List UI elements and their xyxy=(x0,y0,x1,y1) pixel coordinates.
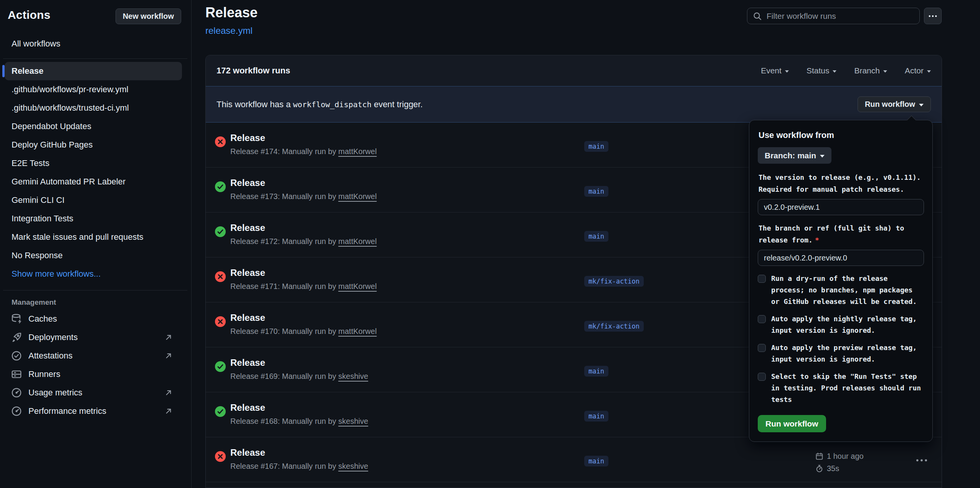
external-link-icon xyxy=(164,407,173,415)
branch-badge[interactable]: main xyxy=(584,456,608,466)
popup-checkbox-row[interactable]: Run a dry-run of the release process; no… xyxy=(758,273,924,307)
sidebar-management-item[interactable]: Caches xyxy=(5,310,182,328)
sidebar-item-label: Show more workflows... xyxy=(12,269,101,279)
checkbox[interactable] xyxy=(758,344,766,352)
checkbox[interactable] xyxy=(758,275,766,283)
run-workflow-submit-button[interactable]: Run workflow xyxy=(758,415,826,432)
sidebar-item-all-workflows[interactable]: All workflows xyxy=(5,35,182,53)
sidebar-management-item[interactable]: Performance metrics xyxy=(5,402,182,420)
actor-link[interactable]: mattKorwel xyxy=(338,327,377,335)
cache-icon xyxy=(11,313,22,325)
selected-indicator xyxy=(2,65,5,77)
actor-link[interactable]: mattKorwel xyxy=(338,282,377,290)
branch-select-button[interactable]: Branch: main xyxy=(758,147,831,164)
branch-badge[interactable]: main xyxy=(584,141,608,152)
branch-badge[interactable]: main xyxy=(584,411,608,422)
branch-badge[interactable]: main xyxy=(584,366,608,377)
meter-icon xyxy=(11,387,22,398)
branch-badge[interactable]: main xyxy=(584,231,608,242)
ref-input[interactable] xyxy=(758,250,924,266)
runs-filters: Event Status Branch Actor xyxy=(761,66,931,75)
sidebar-workflow-item[interactable]: No Response xyxy=(5,246,182,265)
sidebar-workflow-item[interactable]: Show more workflows... xyxy=(5,265,182,283)
run-title[interactable]: Release xyxy=(230,133,265,143)
actor-link[interactable]: skeshive xyxy=(338,417,368,425)
run-title[interactable]: Release xyxy=(230,402,265,413)
new-workflow-button[interactable]: New workflow xyxy=(116,8,181,24)
runs-filter-actor[interactable]: Actor xyxy=(905,66,931,75)
management-label: Management xyxy=(12,298,191,307)
sidebar-workflow-item[interactable]: Deploy GitHub Pages xyxy=(5,136,182,154)
sidebar-workflow-item[interactable]: Release xyxy=(5,62,182,80)
run-title[interactable]: Release xyxy=(230,222,265,233)
run-title[interactable]: Release xyxy=(230,178,265,188)
sidebar-item-label: Integration Tests xyxy=(12,214,73,224)
runs-filter-status[interactable]: Status xyxy=(806,66,837,75)
sidebar-item-label: Release xyxy=(12,66,43,76)
sidebar-item-label: No Response xyxy=(12,251,63,261)
sidebar-item-label: Dependabot Updates xyxy=(12,121,91,131)
external-link-icon xyxy=(164,333,173,342)
sidebar-management-item[interactable]: Deployments xyxy=(5,328,182,347)
sidebar-workflow-item[interactable]: Gemini Automated PR Labeler xyxy=(5,173,182,191)
popup-checkbox-row[interactable]: Select to skip the "Run Tests" step in t… xyxy=(758,371,924,405)
checkbox-label: Run a dry-run of the release process; no… xyxy=(771,273,924,307)
run-title[interactable]: Release xyxy=(230,267,265,278)
sidebar-item-label: Deploy GitHub Pages xyxy=(12,140,93,150)
dispatch-banner-text: This workflow has aworkflow_dispatcheven… xyxy=(216,100,423,110)
popup-checkbox-row[interactable]: Auto apply the nightly release tag, inpu… xyxy=(758,313,924,336)
workflow-dispatch-banner: This workflow has aworkflow_dispatcheven… xyxy=(206,86,942,123)
chevron-down-icon xyxy=(833,70,836,73)
checkbox[interactable] xyxy=(758,315,766,323)
run-kebab-icon[interactable] xyxy=(916,456,928,464)
run-duration: 35s xyxy=(827,464,839,473)
sidebar-workflow-item[interactable]: Gemini CLI CI xyxy=(5,191,182,209)
sidebar-item-label: Gemini CLI CI xyxy=(12,195,64,205)
branch-badge[interactable]: mk/fix-action xyxy=(584,276,644,287)
version-input-description: The version to release (e.g., v0.1.11). … xyxy=(759,171,924,195)
sidebar-workflow-item[interactable]: E2E Tests xyxy=(5,154,182,173)
sidebar-workflow-item[interactable]: Integration Tests xyxy=(5,209,182,228)
run-subtitle: Release #173: Manually run by mattKorwel xyxy=(230,192,377,201)
version-input[interactable] xyxy=(758,199,924,215)
run-title[interactable]: Release xyxy=(230,312,265,323)
branch-badge[interactable]: mk/fix-action xyxy=(584,321,644,332)
runs-filter-branch[interactable]: Branch xyxy=(854,66,887,75)
actor-link[interactable]: mattKorwel xyxy=(338,237,377,246)
actor-link[interactable]: skeshive xyxy=(338,372,368,380)
sidebar-workflow-item[interactable]: .github/workflows/pr-review.yml xyxy=(5,80,182,99)
runs-count: 172 workflow runs xyxy=(216,66,290,76)
sidebar-item-label: Runners xyxy=(28,369,60,379)
workflow-list: Release .github/workflows/pr-review.yml … xyxy=(0,62,191,283)
runs-filter-event[interactable]: Event xyxy=(761,66,789,75)
actor-link[interactable]: skeshive xyxy=(338,462,368,470)
sidebar-workflow-item[interactable]: Mark stale issues and pull requests xyxy=(5,228,182,246)
run-title[interactable]: Release xyxy=(230,447,265,458)
branch-badge[interactable]: main xyxy=(584,186,608,197)
popup-checkbox-row[interactable]: Auto apply the preview release tag, inpu… xyxy=(758,342,924,365)
sidebar-management-item[interactable]: Attestations xyxy=(5,347,182,365)
actor-link[interactable]: mattKorwel xyxy=(338,147,377,156)
checkbox-label: Select to skip the "Run Tests" step in t… xyxy=(771,371,924,405)
meter-icon xyxy=(11,405,22,417)
sidebar-item-label: .github/workflows/pr-review.yml xyxy=(12,85,128,95)
workflow-options-button[interactable] xyxy=(924,8,942,24)
checkbox[interactable] xyxy=(758,373,766,381)
sidebar-divider xyxy=(3,290,187,290)
sidebar-workflow-item[interactable]: Dependabot Updates xyxy=(5,117,182,136)
sidebar-management-item[interactable]: Usage metrics xyxy=(5,383,182,402)
run-workflow-toggle-button[interactable]: Run workflow xyxy=(858,96,931,112)
run-subtitle: Release #172: Manually run by mattKorwel xyxy=(230,237,377,246)
sidebar-management-item[interactable]: Runners xyxy=(5,365,182,383)
workflow-run-row[interactable]: Release Release #167: Manually run by sk… xyxy=(206,437,942,482)
run-title[interactable]: Release xyxy=(230,357,265,368)
workflow-file-link[interactable]: release.yml xyxy=(205,25,253,36)
external-link-icon xyxy=(164,352,173,360)
run-subtitle: Release #169: Manually run by skeshive xyxy=(230,372,368,381)
filter-workflow-runs-box xyxy=(747,8,920,24)
sidebar-workflow-item[interactable]: .github/workflows/trusted-ci.yml xyxy=(5,99,182,117)
actor-link[interactable]: mattKorwel xyxy=(338,192,377,201)
popup-heading: Use workflow from xyxy=(759,130,924,140)
filter-input[interactable] xyxy=(767,12,914,21)
search-icon xyxy=(753,12,762,21)
